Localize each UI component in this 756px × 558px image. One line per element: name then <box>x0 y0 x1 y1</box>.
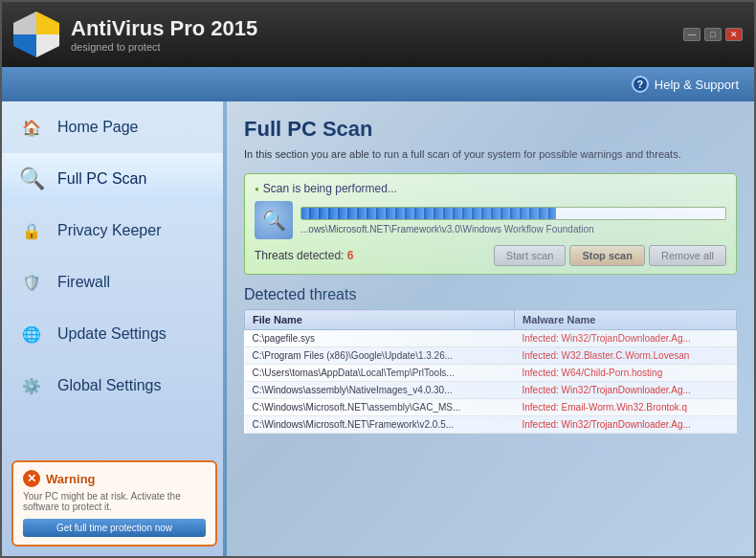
col-file-header: File Name <box>245 310 515 330</box>
table-row: C:\Windows\assembly\NativeImages_v4.0.30… <box>245 382 737 399</box>
firewall-icon: 🛡️ <box>15 266 48 299</box>
sidebar-item-firewall[interactable]: 🛡️ Firewall <box>2 257 227 308</box>
file-name-cell: C:\Windows\assembly\NativeImages_v4.0.30… <box>245 382 515 399</box>
progress-column: ...ows\Microsoft.NET\Framework\v3.0\Wind… <box>300 207 726 234</box>
threats-section: Detected threats File Name Malware Name … <box>244 286 737 434</box>
malware-name-cell: Infected: Win32/TrojanDownloader.Ag... <box>514 416 736 434</box>
file-name-cell: C:\Windows\Microsoft.NET\Framework\v2.0.… <box>245 416 515 434</box>
scan-buttons: Start scan Stop scan Remove all <box>494 245 726 266</box>
stop-scan-button[interactable]: Stop scan <box>569 245 645 266</box>
progress-bar-track <box>300 207 726 220</box>
maximize-button[interactable]: □ <box>704 28 722 41</box>
update-icon: 🌐 <box>15 318 48 350</box>
remove-all-button[interactable]: Remove all <box>649 245 726 266</box>
file-name-cell: C:\pagefile.sys <box>245 330 515 347</box>
global-icon: ⚙️ <box>15 369 48 402</box>
sidebar-item-update[interactable]: 🌐 Update Settings <box>2 308 227 360</box>
malware-name-cell: Infected: Email-Worm.Win32.Brontok.q <box>514 399 736 416</box>
protection-button[interactable]: Get full time protection now <box>23 519 206 537</box>
malware-name-cell: Infected: Win32/TrojanDownloader.Ag... <box>514 330 736 347</box>
warning-title: ✕ Warning <box>23 470 206 487</box>
sidebar-item-global[interactable]: ⚙️ Global Settings <box>2 360 227 412</box>
malware-name-cell: Infected: Win32/TrojanDownloader.Ag... <box>514 382 736 399</box>
close-button[interactable]: ✕ <box>725 28 743 41</box>
app-subtitle: designed to protect <box>71 41 257 53</box>
table-row: C:\Windows\Microsoft.NET\Framework\v2.0.… <box>245 416 737 434</box>
privacy-icon: 🔒 <box>15 214 48 247</box>
threats-label: Threats detected: 6 <box>255 249 353 262</box>
sidebar-label-update: Update Settings <box>57 325 167 343</box>
sidebar-item-home[interactable]: 🏠 Home Page <box>2 101 227 153</box>
table-row: C:\pagefile.sys Infected: Win32/TrojanDo… <box>245 330 737 347</box>
app-logo <box>13 11 59 57</box>
sidebar-label-firewall: Firewall <box>57 274 110 291</box>
help-support-button[interactable]: ? Help & Support <box>632 76 739 93</box>
sidebar-label-scan: Full PC Scan <box>57 170 146 188</box>
sidebar-item-scan[interactable]: 🔍 Full PC Scan <box>2 153 227 205</box>
sidebar: 🏠 Home Page 🔍 Full PC Scan 🔒 Privacy Kee… <box>2 101 227 556</box>
scan-animation-icon: 🔍 <box>255 201 293 239</box>
malware-name-cell: Infected: W32.Blaster.C.Worm.Lovesan <box>514 347 736 365</box>
progress-bar-fill <box>301 208 556 219</box>
file-name-cell: C:\Program Files (x86)\Google\Update\1.3… <box>245 347 515 365</box>
col-malware-header: Malware Name <box>514 310 736 330</box>
sidebar-item-privacy[interactable]: 🔒 Privacy Keeper <box>2 205 227 257</box>
warning-text: Your PC might be at risk. Activate the s… <box>23 491 206 512</box>
scan-footer: Threats detected: 6 Start scan Stop scan… <box>255 245 726 266</box>
scan-progress-box: Scan is being performed... 🔍 ...ows\Micr… <box>244 173 737 275</box>
app-window: AntiVirus Pro 2015 designed to protect —… <box>0 0 756 558</box>
threats-table: File Name Malware Name C:\pagefile.sys I… <box>244 309 737 434</box>
threats-title: Detected threats <box>244 286 737 303</box>
start-scan-button[interactable]: Start scan <box>494 245 567 266</box>
malware-name-cell: Infected: W64/Child-Porn.hosting <box>514 365 736 382</box>
scan-icon: 🔍 <box>15 163 48 195</box>
table-row: C:\Program Files (x86)\Google\Update\1.3… <box>245 347 737 365</box>
titlebar: AntiVirus Pro 2015 designed to protect —… <box>2 2 754 67</box>
file-name-cell: C:\Users\tomas\AppData\Local\Temp\PrlToo… <box>245 365 515 382</box>
help-bar: ? Help & Support <box>2 67 754 101</box>
table-row: C:\Users\tomas\AppData\Local\Temp\PrlToo… <box>245 365 737 382</box>
minimize-button[interactable]: — <box>683 28 700 41</box>
window-controls: — □ ✕ <box>683 28 743 41</box>
warning-box: ✕ Warning Your PC might be at risk. Acti… <box>11 460 217 547</box>
sidebar-label-global: Global Settings <box>57 377 162 394</box>
main-layout: 🏠 Home Page 🔍 Full PC Scan 🔒 Privacy Kee… <box>2 101 754 556</box>
home-icon: 🏠 <box>15 111 48 144</box>
scan-status: Scan is being performed... <box>255 182 726 195</box>
help-label: Help & Support <box>655 78 739 92</box>
app-title: AntiVirus Pro 2015 <box>71 16 257 41</box>
help-icon: ? <box>632 76 649 93</box>
scan-progress-row: 🔍 ...ows\Microsoft.NET\Framework\v3.0\Wi… <box>255 201 726 239</box>
current-file-path: ...ows\Microsoft.NET\Framework\v3.0\Wind… <box>300 224 726 234</box>
sidebar-label-home: Home Page <box>57 119 139 136</box>
threats-count: 6 <box>347 249 354 262</box>
page-description: In this section you are able to run a fu… <box>244 147 737 162</box>
titlebar-text: AntiVirus Pro 2015 designed to protect <box>71 16 257 53</box>
page-title: Full PC Scan <box>244 117 737 142</box>
content-area: Full PC Scan In this section you are abl… <box>227 101 754 556</box>
file-name-cell: C:\Windows\Microsoft.NET\assembly\GAC_MS… <box>245 399 515 416</box>
table-row: C:\Windows\Microsoft.NET\assembly\GAC_MS… <box>245 399 737 416</box>
sidebar-label-privacy: Privacy Keeper <box>57 222 162 239</box>
warning-icon: ✕ <box>23 470 40 487</box>
